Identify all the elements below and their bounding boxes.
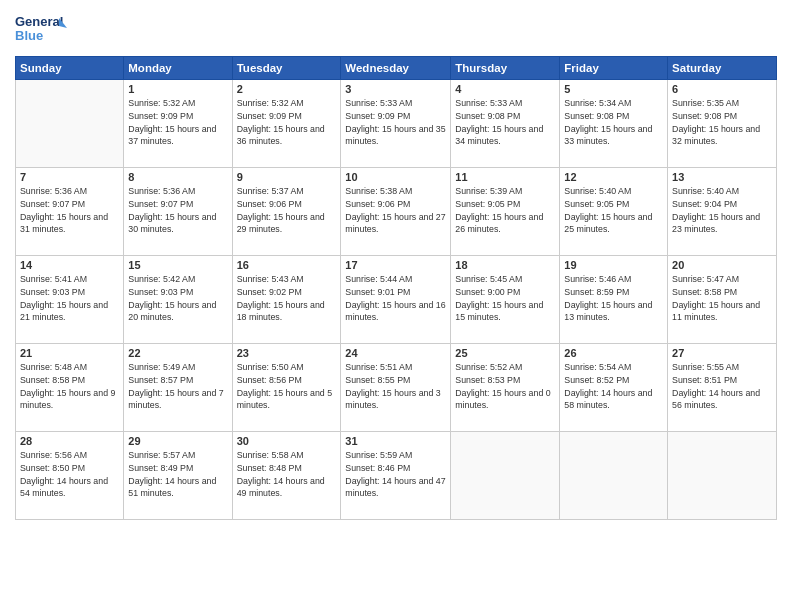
calendar-cell: 22 Sunrise: 5:49 AMSunset: 8:57 PMDaylig… [124, 344, 232, 432]
weekday-tuesday: Tuesday [232, 57, 341, 80]
calendar-cell: 8 Sunrise: 5:36 AMSunset: 9:07 PMDayligh… [124, 168, 232, 256]
calendar-cell: 31 Sunrise: 5:59 AMSunset: 8:46 PMDaylig… [341, 432, 451, 520]
day-number: 31 [345, 435, 446, 447]
calendar-cell: 23 Sunrise: 5:50 AMSunset: 8:56 PMDaylig… [232, 344, 341, 432]
calendar-cell: 2 Sunrise: 5:32 AMSunset: 9:09 PMDayligh… [232, 80, 341, 168]
day-number: 20 [672, 259, 772, 271]
day-number: 10 [345, 171, 446, 183]
calendar-cell: 28 Sunrise: 5:56 AMSunset: 8:50 PMDaylig… [16, 432, 124, 520]
calendar-cell: 24 Sunrise: 5:51 AMSunset: 8:55 PMDaylig… [341, 344, 451, 432]
calendar-cell: 19 Sunrise: 5:46 AMSunset: 8:59 PMDaylig… [560, 256, 668, 344]
calendar-cell: 1 Sunrise: 5:32 AMSunset: 9:09 PMDayligh… [124, 80, 232, 168]
calendar-cell: 10 Sunrise: 5:38 AMSunset: 9:06 PMDaylig… [341, 168, 451, 256]
weekday-wednesday: Wednesday [341, 57, 451, 80]
calendar-cell: 21 Sunrise: 5:48 AMSunset: 8:58 PMDaylig… [16, 344, 124, 432]
calendar-cell: 16 Sunrise: 5:43 AMSunset: 9:02 PMDaylig… [232, 256, 341, 344]
day-number: 12 [564, 171, 663, 183]
day-info: Sunrise: 5:44 AMSunset: 9:01 PMDaylight:… [345, 274, 445, 322]
day-info: Sunrise: 5:35 AMSunset: 9:08 PMDaylight:… [672, 98, 760, 146]
day-info: Sunrise: 5:32 AMSunset: 9:09 PMDaylight:… [237, 98, 325, 146]
day-number: 15 [128, 259, 227, 271]
day-number: 8 [128, 171, 227, 183]
day-info: Sunrise: 5:39 AMSunset: 9:05 PMDaylight:… [455, 186, 543, 234]
week-row-5: 28 Sunrise: 5:56 AMSunset: 8:50 PMDaylig… [16, 432, 777, 520]
weekday-friday: Friday [560, 57, 668, 80]
day-number: 29 [128, 435, 227, 447]
day-info: Sunrise: 5:36 AMSunset: 9:07 PMDaylight:… [128, 186, 216, 234]
day-number: 3 [345, 83, 446, 95]
day-number: 2 [237, 83, 337, 95]
week-row-1: 1 Sunrise: 5:32 AMSunset: 9:09 PMDayligh… [16, 80, 777, 168]
calendar-cell: 13 Sunrise: 5:40 AMSunset: 9:04 PMDaylig… [668, 168, 777, 256]
calendar-cell: 30 Sunrise: 5:58 AMSunset: 8:48 PMDaylig… [232, 432, 341, 520]
calendar-cell: 5 Sunrise: 5:34 AMSunset: 9:08 PMDayligh… [560, 80, 668, 168]
calendar-cell: 3 Sunrise: 5:33 AMSunset: 9:09 PMDayligh… [341, 80, 451, 168]
calendar-cell: 14 Sunrise: 5:41 AMSunset: 9:03 PMDaylig… [16, 256, 124, 344]
weekday-monday: Monday [124, 57, 232, 80]
day-number: 23 [237, 347, 337, 359]
day-info: Sunrise: 5:32 AMSunset: 9:09 PMDaylight:… [128, 98, 216, 146]
logo: General Blue [15, 10, 67, 48]
day-info: Sunrise: 5:38 AMSunset: 9:06 PMDaylight:… [345, 186, 445, 234]
day-info: Sunrise: 5:43 AMSunset: 9:02 PMDaylight:… [237, 274, 325, 322]
day-number: 14 [20, 259, 119, 271]
calendar-cell: 26 Sunrise: 5:54 AMSunset: 8:52 PMDaylig… [560, 344, 668, 432]
day-info: Sunrise: 5:55 AMSunset: 8:51 PMDaylight:… [672, 362, 760, 410]
weekday-header-row: SundayMondayTuesdayWednesdayThursdayFrid… [16, 57, 777, 80]
day-info: Sunrise: 5:42 AMSunset: 9:03 PMDaylight:… [128, 274, 216, 322]
week-row-4: 21 Sunrise: 5:48 AMSunset: 8:58 PMDaylig… [16, 344, 777, 432]
day-number: 1 [128, 83, 227, 95]
day-info: Sunrise: 5:41 AMSunset: 9:03 PMDaylight:… [20, 274, 108, 322]
weekday-saturday: Saturday [668, 57, 777, 80]
calendar-cell: 27 Sunrise: 5:55 AMSunset: 8:51 PMDaylig… [668, 344, 777, 432]
week-row-2: 7 Sunrise: 5:36 AMSunset: 9:07 PMDayligh… [16, 168, 777, 256]
day-number: 21 [20, 347, 119, 359]
day-info: Sunrise: 5:40 AMSunset: 9:04 PMDaylight:… [672, 186, 760, 234]
day-number: 4 [455, 83, 555, 95]
day-info: Sunrise: 5:58 AMSunset: 8:48 PMDaylight:… [237, 450, 325, 498]
calendar-cell: 4 Sunrise: 5:33 AMSunset: 9:08 PMDayligh… [451, 80, 560, 168]
day-info: Sunrise: 5:40 AMSunset: 9:05 PMDaylight:… [564, 186, 652, 234]
calendar-cell: 25 Sunrise: 5:52 AMSunset: 8:53 PMDaylig… [451, 344, 560, 432]
day-number: 16 [237, 259, 337, 271]
day-info: Sunrise: 5:52 AMSunset: 8:53 PMDaylight:… [455, 362, 550, 410]
logo-svg: General Blue [15, 10, 67, 48]
day-info: Sunrise: 5:47 AMSunset: 8:58 PMDaylight:… [672, 274, 760, 322]
day-info: Sunrise: 5:33 AMSunset: 9:09 PMDaylight:… [345, 98, 445, 146]
calendar-table: SundayMondayTuesdayWednesdayThursdayFrid… [15, 56, 777, 520]
day-info: Sunrise: 5:33 AMSunset: 9:08 PMDaylight:… [455, 98, 543, 146]
day-number: 25 [455, 347, 555, 359]
day-number: 17 [345, 259, 446, 271]
day-number: 7 [20, 171, 119, 183]
week-row-3: 14 Sunrise: 5:41 AMSunset: 9:03 PMDaylig… [16, 256, 777, 344]
day-number: 6 [672, 83, 772, 95]
calendar-cell: 12 Sunrise: 5:40 AMSunset: 9:05 PMDaylig… [560, 168, 668, 256]
day-number: 19 [564, 259, 663, 271]
day-info: Sunrise: 5:48 AMSunset: 8:58 PMDaylight:… [20, 362, 115, 410]
weekday-thursday: Thursday [451, 57, 560, 80]
calendar-cell [560, 432, 668, 520]
calendar-cell: 15 Sunrise: 5:42 AMSunset: 9:03 PMDaylig… [124, 256, 232, 344]
day-number: 22 [128, 347, 227, 359]
day-info: Sunrise: 5:37 AMSunset: 9:06 PMDaylight:… [237, 186, 325, 234]
calendar-cell: 7 Sunrise: 5:36 AMSunset: 9:07 PMDayligh… [16, 168, 124, 256]
day-info: Sunrise: 5:59 AMSunset: 8:46 PMDaylight:… [345, 450, 445, 498]
day-info: Sunrise: 5:46 AMSunset: 8:59 PMDaylight:… [564, 274, 652, 322]
calendar-cell [16, 80, 124, 168]
calendar-cell: 17 Sunrise: 5:44 AMSunset: 9:01 PMDaylig… [341, 256, 451, 344]
day-number: 5 [564, 83, 663, 95]
calendar-cell [668, 432, 777, 520]
day-info: Sunrise: 5:54 AMSunset: 8:52 PMDaylight:… [564, 362, 652, 410]
day-number: 13 [672, 171, 772, 183]
day-info: Sunrise: 5:36 AMSunset: 9:07 PMDaylight:… [20, 186, 108, 234]
calendar-cell: 11 Sunrise: 5:39 AMSunset: 9:05 PMDaylig… [451, 168, 560, 256]
day-info: Sunrise: 5:50 AMSunset: 8:56 PMDaylight:… [237, 362, 332, 410]
svg-text:Blue: Blue [15, 28, 43, 43]
svg-text:General: General [15, 14, 63, 29]
day-number: 30 [237, 435, 337, 447]
day-number: 11 [455, 171, 555, 183]
day-info: Sunrise: 5:56 AMSunset: 8:50 PMDaylight:… [20, 450, 108, 498]
header: General Blue [15, 10, 777, 48]
day-number: 26 [564, 347, 663, 359]
day-info: Sunrise: 5:57 AMSunset: 8:49 PMDaylight:… [128, 450, 216, 498]
